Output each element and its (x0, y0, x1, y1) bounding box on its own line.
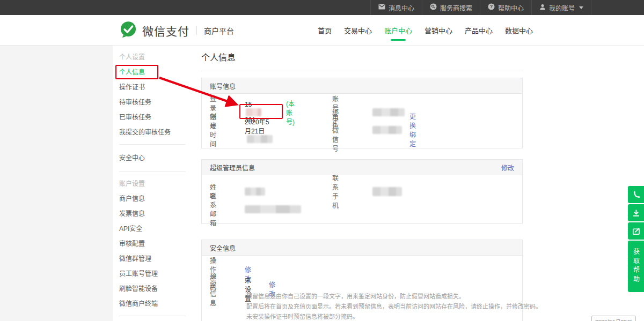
floating-help-panel: 获取帮助 (628, 186, 644, 292)
menu-item-label: 帮助中心 (498, 3, 524, 12)
redacted-admin-phone (372, 187, 402, 196)
nav-data-center[interactable]: 数据中心 (505, 25, 533, 35)
my-account-menu-item[interactable]: 我的账号 (531, 0, 591, 15)
edit-admin-link[interactable]: 修改 (501, 163, 514, 172)
download-icon (632, 208, 641, 218)
sidebar-item-merchant-terminal[interactable]: 微信商户终端 (119, 296, 185, 311)
menu-item-label: 服务商搜索 (440, 3, 472, 12)
sidebar-divider (119, 171, 186, 172)
sidebar-item-invoice-info[interactable]: 发票信息 (119, 206, 185, 221)
sidebar-group-account-settings: 账户设置 (119, 176, 185, 191)
description-line: 预留信息是由你自己设置的一段文字，用来鉴定网站身份，防止假冒网站造成损失。 (246, 292, 541, 302)
redacted-admin-email (245, 205, 301, 213)
panel-title: 安全信息 (210, 243, 236, 252)
sidebar-item-security-center[interactable]: 安全中心 (119, 149, 185, 167)
primary-nav: 首页 交易中心 账户中心 营销中心 产品中心 数据中心 (318, 15, 533, 45)
panel-title: 超级管理员信息 (210, 163, 255, 172)
nav-account-center[interactable]: 账户中心 (384, 25, 412, 35)
merchant-platform-page: 消息中心 服务商搜索 ? 帮助中心 我的账号 (0, 0, 644, 321)
sidebar-divider (119, 316, 186, 316)
user-icon (539, 4, 546, 12)
feedback-button[interactable] (628, 222, 644, 240)
platform-name: 商户平台 (204, 25, 234, 36)
wechat-pay-logo-icon (119, 20, 137, 41)
sidebar-group-personal-settings: 个人设置 (119, 50, 185, 65)
bound-wechat-label: 绑定微信号 (332, 107, 339, 153)
utility-topbar: 消息中心 服务商搜索 ? 帮助中心 我的账号 (0, 0, 644, 15)
mail-icon (378, 4, 385, 11)
description-line: 配置后将在首页及充值页面显示。若未看到预留信息，表明当前访问的网站存在风险，请终… (246, 302, 541, 312)
sidebar-item-reviewed-tasks[interactable]: 已审核任务 (119, 110, 185, 125)
reserved-info-description: 预留信息是由你自己设置的一段文字，用来鉴定网站身份，防止假冒网站造成损失。 配置… (246, 292, 541, 321)
current-account-tag: (本账号) (286, 99, 295, 126)
sidebar-item-face-device[interactable]: 刷脸智能设备 (119, 281, 185, 296)
redacted-wechat-id (372, 126, 402, 134)
page-title: 个人信息 (201, 50, 236, 63)
description-line: 未安装操作证书时预留信息将被部分掩码。 (246, 312, 541, 321)
reserved-info-label: 预留信息 (210, 271, 216, 307)
nav-marketing-center[interactable]: 营销中心 (425, 25, 452, 35)
admin-email-label: 联系邮箱 (210, 191, 216, 227)
sidebar-divider (119, 144, 186, 145)
svg-text:?: ? (490, 4, 493, 9)
help-center-menu-item[interactable]: ? 帮助中心 (480, 0, 531, 15)
login-account-prefix: 15 (245, 101, 252, 108)
date-tooltip: 2020年5月22日 (591, 316, 636, 321)
admin-phone-label: 联系手机 (332, 173, 339, 210)
service-provider-search-menu-item[interactable]: 服务商搜索 (422, 0, 480, 15)
redacted-created-time (247, 135, 273, 143)
redacted-login-middle (246, 108, 261, 116)
menu-item-label: 我的账号 (549, 3, 575, 12)
sidebar-item-wechat-group-mgmt[interactable]: 微信群管理 (119, 251, 185, 266)
phone-icon (632, 190, 641, 199)
redacted-admin-name (245, 188, 265, 196)
download-button[interactable] (628, 204, 644, 221)
get-help-button[interactable]: 获取帮助 (628, 241, 644, 292)
brand: 微信支付 商户平台 (119, 21, 234, 40)
nav-home[interactable]: 首页 (318, 25, 332, 35)
menu-item-label: 消息中心 (389, 3, 414, 12)
panel-title: 账号信息 (210, 81, 236, 91)
account-info-panel-header: 账号信息 (202, 78, 522, 94)
sidebar-item-api-security[interactable]: API安全 (119, 221, 185, 236)
feedback-edit-icon (632, 227, 641, 236)
sidebar-item-pending-review-tasks[interactable]: 待审核任务 (119, 95, 185, 110)
brand-name: 微信支付 (142, 23, 189, 39)
created-time-label: 创建时间 (210, 111, 216, 148)
message-center-menu-item[interactable]: 消息中心 (370, 0, 422, 15)
sidebar-item-review-config[interactable]: 审核配置 (119, 236, 185, 251)
help-icon: ? (488, 3, 495, 12)
super-admin-panel: 超级管理员信息 修改 姓 名 联系手机 联系邮箱 (201, 159, 523, 224)
contact-phone-button[interactable] (628, 186, 644, 203)
super-admin-panel-header: 超级管理员信息 修改 (202, 160, 522, 175)
nav-transaction-center[interactable]: 交易中心 (344, 25, 372, 35)
left-gutter (0, 46, 113, 321)
account-info-panel: 账号信息 登录账号 15301 (本账号) 账号角色 创建时间 2020年5月2… (201, 78, 523, 148)
utility-menu: 消息中心 服务商搜索 ? 帮助中心 我的账号 (370, 0, 591, 15)
nav-product-center[interactable]: 产品中心 (465, 25, 493, 35)
search-icon (430, 3, 437, 12)
site-header: 微信支付 商户平台 首页 交易中心 账户中心 营销中心 产品中心 数据中心 (0, 15, 644, 46)
chevron-down-icon (579, 6, 583, 9)
sidebar-item-operation-certificate[interactable]: 操作证书 (119, 80, 185, 95)
sidebar: 个人设置 个人信息 操作证书 待审核任务 已审核任务 我提交的审核任务 安全中心… (113, 46, 185, 321)
security-info-panel: 安全信息 操作密码 修改 预留信息 未设置 修改 预留信息是由你自己设置的一段文… (201, 240, 523, 321)
created-date: 2020年5月21日 (245, 118, 269, 135)
sidebar-item-personal-info[interactable]: 个人信息 (119, 65, 185, 80)
sidebar-item-staff-account-mgmt[interactable]: 员工账号管理 (119, 266, 185, 281)
sidebar-item-my-submitted-tasks[interactable]: 我提交的审核任务 (119, 125, 185, 140)
redacted-account-role (372, 108, 405, 116)
security-info-panel-header: 安全信息 (202, 240, 522, 256)
created-time-value: 2020年5月21日 (245, 117, 273, 143)
sidebar-item-merchant-info[interactable]: 商户信息 (119, 191, 185, 206)
rebind-link[interactable]: 更换绑定 (409, 111, 416, 148)
brand-divider (196, 26, 197, 35)
title-divider (201, 71, 523, 71)
